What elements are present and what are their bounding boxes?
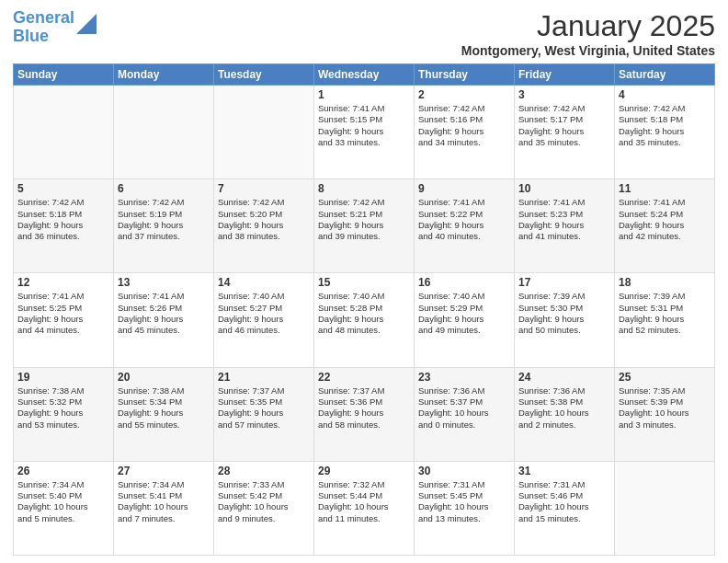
day-info: and 3 minutes. [619, 419, 711, 431]
day-number: 9 [418, 182, 510, 195]
day-info: Sunrise: 7:40 AM [318, 291, 410, 302]
page-container: General Blue January 2025 Montgomery, We… [0, 0, 728, 563]
day-info: Daylight: 9 hours [218, 220, 310, 231]
day-number: 10 [518, 182, 610, 195]
calendar-cell-w5-d6 [615, 461, 715, 555]
day-info: Sunset: 5:46 PM [518, 490, 610, 501]
col-monday: Monday [114, 64, 214, 86]
day-info: and 45 minutes. [118, 325, 210, 336]
day-info: Daylight: 10 hours [218, 501, 310, 512]
calendar-cell-w2-d2: 7Sunrise: 7:42 AMSunset: 5:20 PMDaylight… [214, 179, 314, 273]
day-number: 1 [318, 88, 410, 101]
day-info: Sunset: 5:44 PM [318, 490, 410, 501]
calendar-cell-w5-d0: 26Sunrise: 7:34 AMSunset: 5:40 PMDayligh… [14, 461, 114, 555]
calendar-cell-w3-d6: 18Sunrise: 7:39 AMSunset: 5:31 PMDayligh… [615, 273, 715, 367]
col-tuesday: Tuesday [214, 64, 314, 86]
month-title: January 2025 [461, 9, 715, 43]
day-info: Sunrise: 7:41 AM [518, 197, 610, 208]
day-number: 16 [418, 276, 510, 289]
day-info: Sunset: 5:30 PM [518, 303, 610, 314]
day-info: Daylight: 9 hours [318, 126, 410, 137]
day-info: Sunset: 5:16 PM [418, 114, 510, 125]
day-info: Daylight: 9 hours [518, 126, 610, 137]
day-info: Sunrise: 7:41 AM [318, 103, 410, 114]
day-info: Daylight: 9 hours [518, 220, 610, 231]
day-info: Sunrise: 7:39 AM [619, 291, 711, 302]
calendar-cell-w3-d1: 13Sunrise: 7:41 AMSunset: 5:26 PMDayligh… [114, 273, 214, 367]
logo-arrow-icon [76, 14, 97, 34]
day-number: 5 [17, 182, 109, 195]
day-number: 6 [118, 182, 210, 195]
day-info: Daylight: 9 hours [218, 408, 310, 419]
day-info: Daylight: 10 hours [17, 501, 109, 512]
day-number: 19 [17, 371, 109, 384]
day-number: 7 [218, 182, 310, 195]
day-number: 22 [318, 371, 410, 384]
day-info: and 5 minutes. [17, 513, 109, 524]
day-info: Sunset: 5:26 PM [118, 303, 210, 314]
day-info: Daylight: 9 hours [17, 314, 109, 325]
day-info: Daylight: 9 hours [318, 220, 410, 231]
day-info: Sunset: 5:34 PM [118, 396, 210, 408]
calendar-cell-w3-d0: 12Sunrise: 7:41 AMSunset: 5:25 PMDayligh… [14, 273, 114, 367]
day-info: Sunrise: 7:41 AM [17, 291, 109, 302]
calendar-cell-w3-d3: 15Sunrise: 7:40 AMSunset: 5:28 PMDayligh… [314, 273, 415, 367]
week-row-2: 5Sunrise: 7:42 AMSunset: 5:18 PMDaylight… [14, 179, 715, 273]
day-number: 13 [118, 276, 210, 289]
day-info: and 38 minutes. [218, 231, 310, 242]
calendar-cell-w1-d5: 3Sunrise: 7:42 AMSunset: 5:17 PMDaylight… [515, 86, 615, 179]
calendar-cell-w1-d6: 4Sunrise: 7:42 AMSunset: 5:18 PMDaylight… [615, 86, 715, 179]
day-info: and 11 minutes. [318, 513, 410, 524]
day-info: and 33 minutes. [318, 137, 410, 148]
day-info: Sunset: 5:18 PM [619, 114, 711, 125]
day-info: Daylight: 9 hours [118, 314, 210, 325]
day-number: 25 [619, 371, 711, 384]
day-info: Daylight: 9 hours [518, 314, 610, 325]
day-info: Daylight: 9 hours [218, 314, 310, 325]
day-info: Sunrise: 7:36 AM [518, 385, 610, 396]
day-info: Sunrise: 7:31 AM [518, 479, 610, 490]
day-number: 18 [619, 276, 711, 289]
day-info: Daylight: 10 hours [318, 501, 410, 512]
col-friday: Friday [515, 64, 615, 86]
day-info: Daylight: 9 hours [619, 314, 711, 325]
calendar-cell-w3-d4: 16Sunrise: 7:40 AMSunset: 5:29 PMDayligh… [415, 273, 515, 367]
day-info: Sunset: 5:39 PM [619, 396, 711, 408]
calendar-cell-w4-d4: 23Sunrise: 7:36 AMSunset: 5:37 PMDayligh… [415, 367, 515, 461]
day-number: 15 [318, 276, 410, 289]
day-info: and 13 minutes. [418, 513, 510, 524]
day-info: Sunrise: 7:41 AM [619, 197, 711, 208]
day-number: 31 [518, 465, 610, 477]
day-info: and 35 minutes. [518, 137, 610, 148]
day-info: Sunset: 5:42 PM [218, 490, 310, 501]
day-info: and 2 minutes. [518, 419, 610, 431]
calendar-table: Sunday Monday Tuesday Wednesday Thursday… [13, 63, 715, 556]
logo-general: General [13, 8, 74, 27]
day-info: Sunset: 5:22 PM [418, 209, 510, 220]
title-section: January 2025 Montgomery, West Virginia, … [461, 9, 715, 58]
day-number: 20 [118, 371, 210, 384]
calendar-cell-w5-d5: 31Sunrise: 7:31 AMSunset: 5:46 PMDayligh… [515, 461, 615, 555]
day-number: 12 [17, 276, 109, 289]
day-info: Sunset: 5:17 PM [518, 114, 610, 125]
day-info: Daylight: 10 hours [518, 408, 610, 419]
calendar-cell-w1-d3: 1Sunrise: 7:41 AMSunset: 5:15 PMDaylight… [314, 86, 415, 179]
calendar-cell-w1-d1 [114, 86, 214, 179]
day-info: and 34 minutes. [418, 137, 510, 148]
day-info: Sunrise: 7:32 AM [318, 479, 410, 490]
calendar-cell-w2-d4: 9Sunrise: 7:41 AMSunset: 5:22 PMDaylight… [415, 179, 515, 273]
day-info: Sunrise: 7:40 AM [418, 291, 510, 302]
col-saturday: Saturday [615, 64, 715, 86]
day-number: 24 [518, 371, 610, 384]
day-info: Sunrise: 7:40 AM [218, 291, 310, 302]
day-info: Sunset: 5:28 PM [318, 303, 410, 314]
logo-blue: Blue [13, 27, 49, 45]
calendar-cell-w4-d5: 24Sunrise: 7:36 AMSunset: 5:38 PMDayligh… [515, 367, 615, 461]
day-info: Daylight: 9 hours [17, 408, 109, 419]
week-row-1: 1Sunrise: 7:41 AMSunset: 5:15 PMDaylight… [14, 86, 715, 179]
day-info: Daylight: 10 hours [619, 408, 711, 419]
day-number: 21 [218, 371, 310, 384]
calendar-cell-w5-d2: 28Sunrise: 7:33 AMSunset: 5:42 PMDayligh… [214, 461, 314, 555]
day-info: Sunrise: 7:42 AM [118, 197, 210, 208]
day-info: and 15 minutes. [518, 513, 610, 524]
